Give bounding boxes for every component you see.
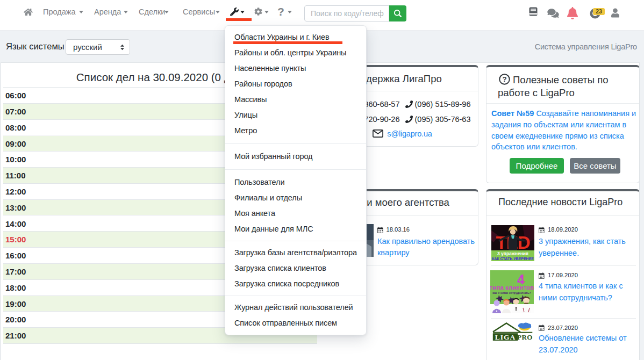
- svg-text:LIGA: LIGA: [495, 333, 516, 341]
- svg-text:3 упражнения: 3 упражнения: [497, 250, 528, 256]
- svg-text:PRO: PRO: [517, 333, 533, 341]
- svg-text:типа клиентов: типа клиентов: [490, 284, 534, 291]
- svg-text:КАК СТАТЬ УВЕРЕНЕЕ: КАК СТАТЬ УВЕРЕНЕЕ: [491, 256, 533, 260]
- svg-text:как с ними сотрудничать?: как с ними сотрудничать?: [492, 291, 531, 294]
